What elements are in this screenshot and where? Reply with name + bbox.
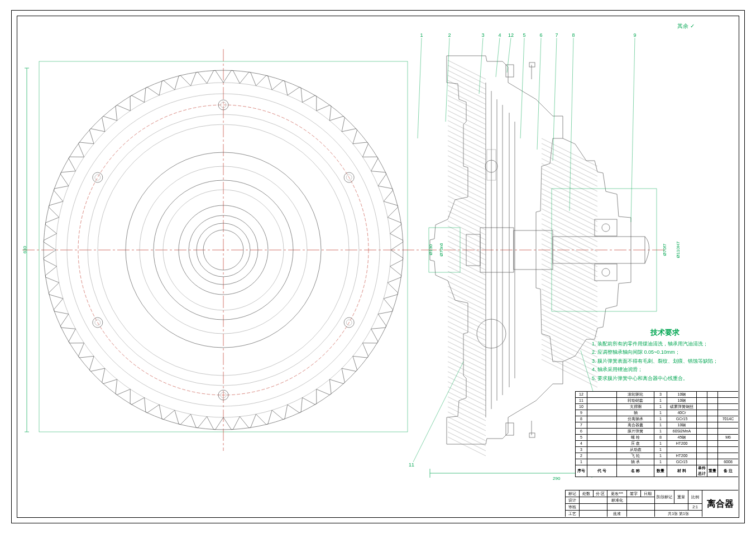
svg-line-180 <box>446 38 449 122</box>
svg-line-99 <box>448 276 486 295</box>
svg-line-150 <box>542 229 597 257</box>
svg-line-160 <box>542 279 597 307</box>
svg-line-57 <box>448 65 486 84</box>
svg-line-135 <box>542 153 597 181</box>
svg-line-153 <box>542 244 597 272</box>
svg-line-114 <box>448 352 486 371</box>
tb-scale-h: 比例 <box>688 490 702 504</box>
svg-line-125 <box>448 407 486 426</box>
leader-5: 5 <box>520 32 528 38</box>
tb-row-marks: 标记 处数 分 区 更改*** 签字 日期 阶段标记 重量 比例 离合器 <box>566 490 739 497</box>
bom-h-code: 代 号 <box>587 465 617 477</box>
tb-scale-v: 2:1 <box>688 504 702 511</box>
svg-line-111 <box>448 336 486 355</box>
bom-h-std: 单件总计 <box>697 465 707 477</box>
svg-line-102 <box>448 291 486 310</box>
dim-shaft-left: Ø70n6 <box>439 243 444 256</box>
svg-line-71 <box>448 136 486 155</box>
svg-line-76 <box>448 161 486 180</box>
svg-line-79 <box>448 176 486 195</box>
title-block: 标记 处数 分 区 更改*** 签字 日期 阶段标记 重量 比例 离合器 设计 … <box>565 490 738 517</box>
svg-line-68 <box>448 121 486 139</box>
svg-line-157 <box>542 264 597 292</box>
svg-line-78 <box>448 171 486 190</box>
svg-line-171 <box>542 334 597 362</box>
svg-line-159 <box>542 274 597 302</box>
svg-rect-51 <box>529 62 535 67</box>
svg-rect-43 <box>595 219 617 236</box>
tb-r2-1 <box>580 497 607 504</box>
svg-line-165 <box>542 304 597 332</box>
svg-line-179 <box>418 38 422 138</box>
bom-h-note: 备 注 <box>718 465 739 477</box>
drawing-sheet: 其余 ✓ <box>0 0 756 534</box>
svg-line-119 <box>448 377 486 396</box>
svg-line-149 <box>542 224 597 252</box>
svg-line-104 <box>448 301 486 320</box>
tb-r1-0: 标记 <box>566 490 580 497</box>
svg-line-162 <box>542 289 597 317</box>
svg-line-174 <box>542 349 597 377</box>
dim-section-width: 290 <box>553 476 560 481</box>
table-row: 4压 盘1HT200 <box>576 441 739 447</box>
tb-r1-2: 分 区 <box>594 490 607 497</box>
svg-line-136 <box>542 158 597 186</box>
svg-line-188 <box>631 38 635 222</box>
svg-line-154 <box>542 249 597 277</box>
svg-line-138 <box>542 169 597 196</box>
svg-line-156 <box>542 259 597 287</box>
svg-line-163 <box>542 294 597 322</box>
leader-4: 4 <box>496 32 504 38</box>
leader-6: 6 <box>537 32 545 38</box>
svg-line-70 <box>448 131 486 150</box>
svg-line-129 <box>448 427 486 446</box>
svg-line-122 <box>448 392 486 411</box>
tech-line-4: 4. 轴承采用锂油润滑； <box>592 366 738 374</box>
svg-line-98 <box>448 271 486 290</box>
svg-line-60 <box>448 80 486 99</box>
tb-r2-4 <box>627 497 655 504</box>
tb-r2-3: 标准化 <box>607 497 627 504</box>
tb-r1-5: 日期 <box>641 490 655 497</box>
svg-line-63 <box>448 95 486 114</box>
svg-line-112 <box>448 341 486 360</box>
svg-line-109 <box>448 326 486 345</box>
svg-line-100 <box>448 281 486 300</box>
svg-line-80 <box>448 181 486 200</box>
svg-line-187 <box>570 38 573 211</box>
bom-h-no: 序号 <box>576 465 587 477</box>
svg-line-148 <box>542 219 597 247</box>
svg-line-85 <box>448 206 486 225</box>
svg-line-67 <box>448 116 486 134</box>
svg-line-103 <box>448 296 486 315</box>
svg-line-81 <box>448 186 486 205</box>
table-row: 11转动销套110钢 <box>576 398 739 404</box>
svg-line-158 <box>542 269 597 297</box>
table-row: 3从动盘1 <box>576 447 739 453</box>
svg-line-131 <box>448 437 486 456</box>
tb-r4-0: 工艺 <box>566 511 580 517</box>
drawing-title: 离合器 <box>702 490 739 517</box>
svg-point-46 <box>602 268 610 276</box>
svg-line-164 <box>542 299 597 327</box>
bom-table: 12滚轮驱轮310钢11转动销套110钢10支撑圈1碳素弹簧钢丝9轴140Cr8… <box>575 391 738 477</box>
svg-line-137 <box>542 163 597 191</box>
svg-line-87 <box>448 216 486 235</box>
tb-r3-0: 审核 <box>566 504 580 511</box>
dim-shaft-top: Ø130 <box>428 244 433 256</box>
tb-sheet-info: 共1张 第1张 <box>655 511 702 517</box>
tb-r1-1: 处数 <box>580 490 594 497</box>
svg-line-139 <box>542 174 597 201</box>
table-row: 9轴140Cr <box>576 410 739 416</box>
svg-line-72 <box>448 141 486 160</box>
svg-point-45 <box>602 224 610 232</box>
svg-line-184 <box>520 38 524 138</box>
svg-line-142 <box>542 189 597 217</box>
dim-shaft-r1: Ø70f7 <box>662 244 667 256</box>
tech-line-2: 2. 应调整轴承轴向间隙 0.05~0.10mm； <box>592 349 738 357</box>
svg-line-170 <box>542 329 597 357</box>
svg-line-116 <box>448 362 486 381</box>
leader-8: 8 <box>570 32 577 38</box>
svg-line-130 <box>448 432 486 451</box>
svg-line-117 <box>448 367 486 386</box>
